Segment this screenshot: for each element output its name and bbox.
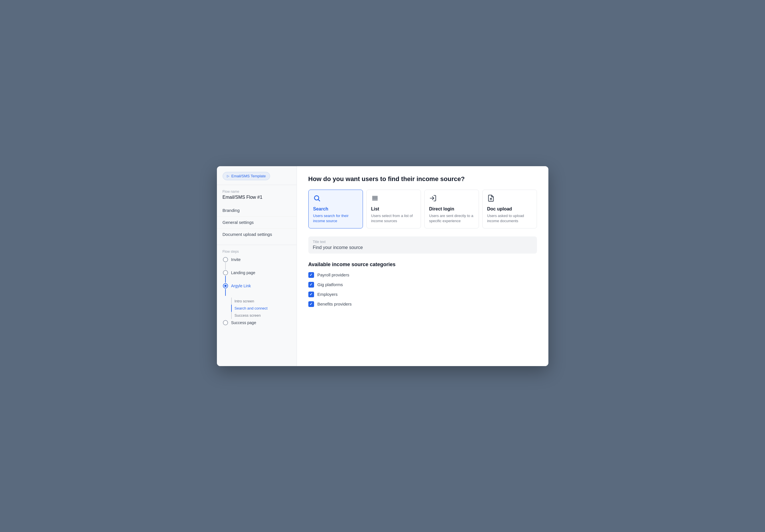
direct-login-card-desc: Users are sent directly to a specific ex… [429,213,474,224]
checkbox-gig[interactable] [308,282,314,288]
sidebar-item-general-settings[interactable]: General settings [217,216,297,228]
template-button[interactable]: ▷ Email/SMS Template [223,172,270,180]
search-icon [313,194,358,204]
app-window: ▷ Email/SMS Template Flow name Email/SMS… [217,166,548,366]
play-icon: ▷ [227,174,229,178]
main-content: How do you want users to find their inco… [297,166,548,366]
direct-login-icon [429,194,474,204]
sub-step-search-connect[interactable]: Search and connect [231,305,291,312]
list-card-title: List [371,206,416,212]
step-label-success[interactable]: Success page [231,320,256,325]
categories-section: Available income source categories Payro… [308,262,537,307]
sub-step-success-screen[interactable]: Success screen [231,312,291,319]
sidebar-item-branding[interactable]: Branding [217,204,297,216]
step-connector-argyle [223,283,228,296]
step-label-landing[interactable]: Landing page [231,270,256,275]
category-item-payroll: Payroll providers [308,272,537,278]
step-line-invite [225,263,226,270]
option-card-doc-upload[interactable]: Doc upload Users asked to upload income … [482,190,537,228]
category-label-gig: Gig platforms [318,282,343,287]
direct-login-card-title: Direct login [429,206,474,212]
option-card-list[interactable]: List Users select from a list of income … [367,190,421,228]
step-label-argyle[interactable]: Argyle Link [231,283,251,288]
title-field-value[interactable]: Find your income source [313,245,532,250]
category-item-employers: Employers [308,292,537,297]
doc-upload-card-desc: Users asked to upload income documents [487,213,532,224]
sidebar: ▷ Email/SMS Template Flow name Email/SMS… [217,166,297,366]
title-field-section: Title text Find your income source [308,236,537,254]
main-title: How do you want users to find their inco… [308,175,537,183]
flow-name-label: Flow name [223,190,291,194]
checkbox-benefits[interactable] [308,301,314,307]
sidebar-header: ▷ Email/SMS Template [217,166,297,185]
step-line-argyle [225,289,226,296]
list-icon [371,194,416,204]
step-line-landing [225,276,226,283]
list-card-desc: Users select from a list of income sourc… [371,213,416,224]
category-item-benefits: Benefits providers [308,301,537,307]
step-circle-success [223,320,228,325]
category-item-gig: Gig platforms [308,282,537,288]
doc-upload-icon [487,194,532,204]
step-connector-invite [223,257,228,270]
sub-step-intro[interactable]: Intro screen [231,298,291,305]
option-card-search[interactable]: Search Users search for their income sou… [308,190,363,228]
flow-name-section: Flow name Email/SMS Flow #1 [217,185,297,200]
option-card-direct-login[interactable]: Direct login Users are sent directly to … [424,190,479,228]
flow-name-value: Email/SMS Flow #1 [223,195,291,200]
title-field-wrapper: Title text Find your income source [308,236,537,254]
svg-line-1 [318,200,320,201]
category-label-benefits: Benefits providers [318,302,352,306]
step-connector-landing [223,270,228,283]
sidebar-item-document-upload[interactable]: Document upload settings [217,228,297,240]
sidebar-nav: Branding General settings Document uploa… [217,200,297,245]
checkbox-employers[interactable] [308,292,314,297]
step-circle-invite [223,257,228,262]
step-circle-argyle [223,283,228,288]
search-card-desc: Users search for their income source [313,213,358,224]
title-field-label: Title text [313,240,532,244]
step-label-invite[interactable]: Invite [231,257,241,262]
search-card-title: Search [313,206,358,212]
category-label-payroll: Payroll providers [318,272,350,277]
option-cards: Search Users search for their income sou… [308,190,537,228]
sub-steps: Intro screen Search and connect Success … [231,298,291,319]
flow-steps-label: Flow steps [223,250,291,254]
category-label-employers: Employers [318,292,338,297]
flow-steps-section: Flow steps Invite Landing page [217,245,297,366]
categories-title: Available income source categories [308,262,537,268]
template-button-label: Email/SMS Template [232,174,266,178]
step-connector-success [223,320,228,325]
doc-upload-card-title: Doc upload [487,206,532,212]
step-circle-landing [223,270,228,275]
checkbox-payroll[interactable] [308,272,314,278]
